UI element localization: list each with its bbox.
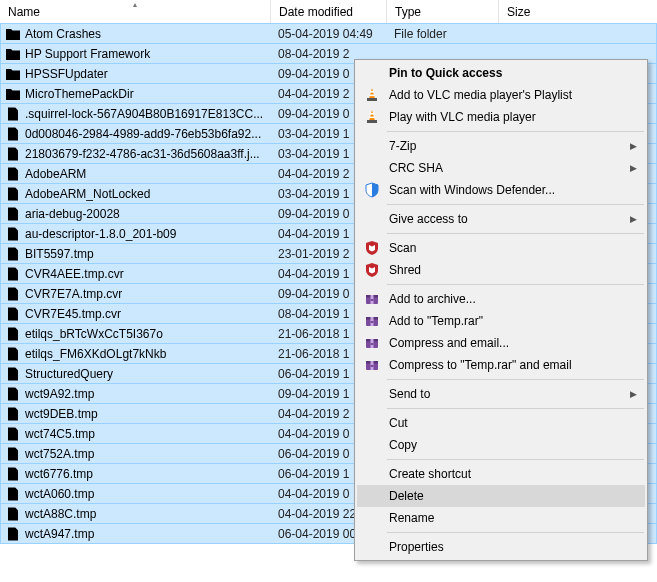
archive-icon <box>363 357 381 373</box>
file-icon <box>5 146 21 162</box>
menu-item-label: Add to VLC media player's Playlist <box>389 88 623 102</box>
menu-item-7-zip[interactable]: 7-Zip <box>357 135 645 157</box>
file-date: 06-04-2019 1 <box>278 367 349 381</box>
menu-item-label: Shred <box>389 263 623 277</box>
file-date: 04-04-2019 2 <box>278 87 349 101</box>
menu-separator <box>387 233 644 234</box>
menu-item-rename[interactable]: Rename <box>357 507 645 529</box>
file-name: au-descriptor-1.8.0_201-b09 <box>25 227 176 241</box>
folder-icon <box>5 26 21 42</box>
file-name: etilqs_FM6XKdOLgt7kNkb <box>25 347 166 361</box>
file-date: 05-04-2019 04:49 <box>278 27 373 41</box>
menu-separator <box>387 408 644 409</box>
menu-item-label: Scan <box>389 241 623 255</box>
column-type[interactable]: Type <box>387 0 499 23</box>
menu-separator <box>387 204 644 205</box>
menu-item-shred[interactable]: Shred <box>357 259 645 281</box>
menu-item-play-with-vlc-media-player[interactable]: Play with VLC media player <box>357 106 645 128</box>
file-date: 09-04-2019 0 <box>278 107 349 121</box>
file-name: .squirrel-lock-567A904B80B16917E813CC... <box>25 107 263 121</box>
menu-item-send-to[interactable]: Send to <box>357 383 645 405</box>
menu-item-copy[interactable]: Copy <box>357 434 645 456</box>
file-name: AdobeARM_NotLocked <box>25 187 150 201</box>
file-icon <box>5 486 21 502</box>
menu-separator <box>387 532 644 533</box>
file-name: CVR4AEE.tmp.cvr <box>25 267 124 281</box>
file-date: 21-06-2018 1 <box>278 327 349 341</box>
vlc-icon <box>363 87 381 103</box>
menu-item-label: Scan with Windows Defender... <box>389 183 623 197</box>
file-icon <box>5 206 21 222</box>
vlc-icon <box>363 109 381 125</box>
folder-icon <box>5 46 21 62</box>
file-icon <box>5 346 21 362</box>
menu-icon-spacer <box>363 138 381 154</box>
file-date: 09-04-2019 0 <box>278 67 349 81</box>
column-name[interactable]: Name ▴ <box>0 0 271 23</box>
archive-icon <box>363 291 381 307</box>
menu-item-add-to-temp-rar[interactable]: Add to "Temp.rar" <box>357 310 645 332</box>
file-icon <box>5 506 21 522</box>
column-size-label: Size <box>507 5 530 19</box>
file-icon <box>5 326 21 342</box>
archive-icon <box>363 335 381 351</box>
file-name: etilqs_bRTcWxCcT5I367o <box>25 327 163 341</box>
menu-icon-spacer <box>363 488 381 504</box>
menu-icon-spacer <box>363 437 381 453</box>
file-icon <box>5 366 21 382</box>
file-icon <box>5 286 21 302</box>
file-date: 04-04-2019 2 <box>278 407 349 421</box>
menu-item-add-to-archive[interactable]: Add to archive... <box>357 288 645 310</box>
menu-item-compress-to-temp-rar-and-email[interactable]: Compress to "Temp.rar" and email <box>357 354 645 376</box>
menu-item-cut[interactable]: Cut <box>357 412 645 434</box>
file-date: 21-06-2018 1 <box>278 347 349 361</box>
menu-item-pin-to-quick-access[interactable]: Pin to Quick access <box>357 62 645 84</box>
menu-item-scan-with-windows-defender[interactable]: Scan with Windows Defender... <box>357 179 645 201</box>
file-date: 23-01-2019 2 <box>278 247 349 261</box>
menu-item-give-access-to[interactable]: Give access to <box>357 208 645 230</box>
menu-item-scan[interactable]: Scan <box>357 237 645 259</box>
file-date: 03-04-2019 1 <box>278 127 349 141</box>
column-date[interactable]: Date modified <box>271 0 387 23</box>
file-date: 09-04-2019 0 <box>278 287 349 301</box>
file-type: File folder <box>394 27 447 41</box>
menu-icon-spacer <box>363 386 381 402</box>
menu-item-properties[interactable]: Properties <box>357 536 645 558</box>
richfile-icon <box>5 226 21 242</box>
menu-separator <box>387 131 644 132</box>
file-name: HP Support Framework <box>25 47 150 61</box>
menu-item-compress-and-email[interactable]: Compress and email... <box>357 332 645 354</box>
file-icon <box>5 406 21 422</box>
file-name: MicroThemePackDir <box>25 87 134 101</box>
file-date: 04-04-2019 0 <box>278 427 349 441</box>
mcafee-icon <box>363 240 381 256</box>
menu-item-label: Cut <box>389 416 623 430</box>
file-name: CVR7E7A.tmp.cvr <box>25 287 122 301</box>
menu-item-create-shortcut[interactable]: Create shortcut <box>357 463 645 485</box>
menu-icon-spacer <box>363 510 381 526</box>
menu-item-label: Send to <box>389 387 623 401</box>
menu-icon-spacer <box>363 466 381 482</box>
file-date: 04-04-2019 1 <box>278 267 349 281</box>
menu-item-label: Add to "Temp.rar" <box>389 314 623 328</box>
file-icon <box>5 446 21 462</box>
sort-asc-icon: ▴ <box>133 0 137 9</box>
table-row[interactable]: Atom Crashes 05-04-2019 04:49 File folde… <box>0 23 657 44</box>
menu-item-label: Pin to Quick access <box>389 66 623 80</box>
menu-item-label: Compress and email... <box>389 336 623 350</box>
shield-icon <box>363 182 381 198</box>
file-icon <box>5 426 21 442</box>
file-date: 03-04-2019 1 <box>278 147 349 161</box>
menu-icon-spacer <box>363 539 381 555</box>
menu-item-label: Add to archive... <box>389 292 623 306</box>
menu-item-crc-sha[interactable]: CRC SHA <box>357 157 645 179</box>
menu-separator <box>387 284 644 285</box>
mcafee-icon <box>363 262 381 278</box>
column-size[interactable]: Size <box>499 0 657 23</box>
file-name: HPSSFUpdater <box>25 67 108 81</box>
menu-item-add-to-vlc-media-player-s-playlist[interactable]: Add to VLC media player's Playlist <box>357 84 645 106</box>
file-icon <box>5 246 21 262</box>
column-date-label: Date modified <box>279 5 353 19</box>
archive-icon <box>363 313 381 329</box>
menu-item-delete[interactable]: Delete <box>357 485 645 507</box>
